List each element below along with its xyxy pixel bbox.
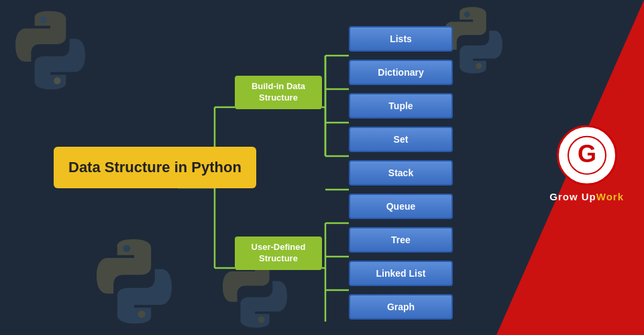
title-text: Data Structure in Python (68, 159, 241, 176)
brand-logo-area: G Grow UpWork (549, 125, 624, 202)
brand-name: Grow UpWork (549, 191, 624, 202)
builtin-label: Build-in DataStructure (252, 81, 305, 103)
svg-text:G: G (578, 140, 596, 168)
userdefined-category: User-DefinedStructure (235, 237, 322, 270)
diagram-container: Data Structure in Python Build-in DataSt… (40, 20, 510, 322)
svg-point-2 (464, 11, 470, 17)
brand-icon: G (567, 135, 607, 176)
item-tree: Tree (349, 227, 453, 253)
item-linked-list: Linked List (349, 261, 453, 286)
userdefined-label: User-DefinedStructure (252, 242, 306, 263)
item-set: Set (349, 127, 453, 152)
item-graph: Graph (349, 294, 453, 320)
main-title: Data Structure in Python (54, 147, 256, 188)
item-lists: Lists (349, 26, 453, 52)
builtin-category: Build-in DataStructure (235, 76, 322, 109)
item-dictionary: Dictionary (349, 60, 453, 85)
item-tuple: Tuple (349, 93, 453, 119)
logo-circle: G (557, 125, 617, 186)
item-queue: Queue (349, 194, 453, 219)
item-stack: Stack (349, 160, 453, 186)
